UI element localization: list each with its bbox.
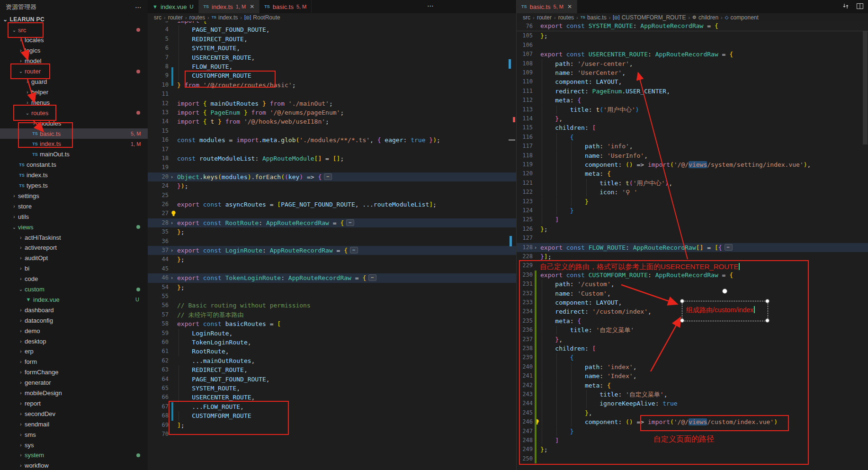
code-line-127[interactable]: 127 bbox=[517, 234, 868, 243]
code-line-56[interactable]: 56// Basic routing without permissions bbox=[148, 301, 516, 310]
code-line-236[interactable]: 236 title: '自定义菜单' bbox=[517, 325, 868, 334]
lightbulb-icon[interactable] bbox=[170, 210, 177, 217]
code-line-36[interactable]: 36 bbox=[148, 237, 516, 246]
breadcrumb-routes[interactable]: routes bbox=[189, 14, 205, 21]
code-line-231[interactable]: 231 path: '/custom', bbox=[517, 280, 868, 289]
tree-item-basic-ts[interactable]: TSbasic.ts5, M bbox=[0, 128, 148, 139]
workspace-root-row[interactable]: ⌄ LEARUN PC bbox=[0, 14, 148, 25]
open-changes-icon[interactable] bbox=[842, 2, 850, 10]
code-line-124[interactable]: 124 } bbox=[517, 206, 868, 215]
code-line-118[interactable]: 118 name: 'UserInfo', bbox=[517, 151, 868, 160]
code-line-243[interactable]: 243 title: '自定义菜单', bbox=[517, 390, 868, 399]
folded-code-icon[interactable]: ⋯ bbox=[324, 173, 332, 180]
tree-item-bi[interactable]: ›bi bbox=[0, 263, 148, 274]
code-line-67[interactable]: 67 ...FLOW_ROUTE, bbox=[148, 402, 516, 411]
code-line-247[interactable]: 247 } bbox=[517, 427, 868, 436]
code-line-59[interactable]: 59 LoginRoute, bbox=[148, 329, 516, 338]
code-line-54[interactable]: 54}; bbox=[148, 283, 516, 292]
code-line-246[interactable]: 246 component: () => import('/@/views/cu… bbox=[517, 417, 868, 426]
tab-index-ts[interactable]: TSindex.ts1, M✕ bbox=[199, 0, 260, 13]
tree-item-src[interactable]: ⌄src bbox=[0, 25, 148, 35]
tree-item-dashboard[interactable]: ›dashboard bbox=[0, 305, 148, 315]
code-line-111[interactable]: 111 redirect: PageEnum.USER_CENTER, bbox=[517, 87, 868, 96]
code-line-238[interactable]: 238 children: [ bbox=[517, 344, 868, 353]
code-line-19[interactable]: 19 bbox=[148, 163, 516, 172]
code-line-237[interactable]: 237 }, bbox=[517, 335, 868, 344]
code-line-14[interactable]: 14import { t } from '/@/hooks/web/useI18… bbox=[148, 117, 516, 126]
code-line-68[interactable]: 68 CUSTOMFORM_ROUTE bbox=[148, 411, 516, 420]
code-line-62[interactable]: 62 ...mainOutRoutes, bbox=[148, 356, 516, 365]
code-line-126[interactable]: 126}; bbox=[517, 225, 868, 234]
code-line-232[interactable]: 232 name: 'Custom', bbox=[517, 289, 868, 298]
tree-item-dataconfig[interactable]: ›dataconfig bbox=[0, 315, 148, 325]
code-line-8[interactable]: 8 FLOW_ROUTE, bbox=[148, 62, 516, 71]
sticky-scroll-line[interactable]: 76export const SYSTEM_ROUTE: AppRouteRec… bbox=[517, 21, 868, 31]
code-line-61[interactable]: 61 RootRoute, bbox=[148, 347, 516, 356]
breadcrumb-CUSTOMFORM_ROUTE[interactable]: [◎]CUSTOMFORM_ROUTE bbox=[613, 14, 686, 21]
tree-item-index-ts[interactable]: TSindex.ts1, M bbox=[0, 139, 148, 149]
tree-item-mainOut-ts[interactable]: TSmainOut.ts bbox=[0, 149, 148, 160]
tree-item-actHiTaskinst[interactable]: ›actHiTaskinst bbox=[0, 232, 148, 243]
code-line-11[interactable]: 11 bbox=[148, 90, 516, 99]
code-line-248[interactable]: 248 ] bbox=[517, 436, 868, 445]
code-line-7[interactable]: 7 USERCENTER_ROUTE, bbox=[148, 53, 516, 62]
split-editor-icon[interactable] bbox=[856, 2, 864, 10]
code-line-15[interactable]: 15 bbox=[148, 127, 516, 136]
code-line-249[interactable]: 249}; bbox=[517, 445, 868, 454]
code-line-66[interactable]: 66 USERCENTER_ROUTE, bbox=[148, 393, 516, 402]
code-line-121[interactable]: 121 title: t('用户中心'), bbox=[517, 179, 868, 188]
tree-item-menus[interactable]: ›menus bbox=[0, 97, 148, 108]
tree-item-router[interactable]: ⌄router bbox=[0, 66, 148, 77]
code-line-37[interactable]: 37›export const LoginRoute: AppRouteReco… bbox=[148, 246, 516, 255]
tree-item-views[interactable]: ⌄views bbox=[0, 222, 148, 232]
code-line-250[interactable]: 250 bbox=[517, 454, 868, 463]
code-line-28[interactable]: 28›export const RootRoute: AppRouteRecor… bbox=[148, 218, 516, 227]
code-line-114[interactable]: 114 }, bbox=[517, 114, 868, 123]
code-line-10[interactable]: 10} from '/@/router/routes/basic'; bbox=[148, 81, 516, 90]
code-line-229[interactable]: 229 bbox=[517, 261, 868, 270]
rotation-handle[interactable] bbox=[722, 289, 727, 294]
code-line-58[interactable]: 58export const basicRoutes = [ bbox=[148, 319, 516, 328]
tree-item-generator[interactable]: ›generator bbox=[0, 378, 148, 388]
code-line-60[interactable]: 60 TokenLoginRoute, bbox=[148, 338, 516, 347]
tree-item-auditOpt[interactable]: ›auditOpt bbox=[0, 253, 148, 263]
code-line-112[interactable]: 112 meta: { bbox=[517, 96, 868, 105]
breadcrumb-router[interactable]: router bbox=[168, 14, 183, 21]
code-line-123[interactable]: 123 } bbox=[517, 197, 868, 206]
tree-item-routes[interactable]: ⌄routes bbox=[0, 108, 148, 118]
middle-editor-actions-icon[interactable]: ⋯ bbox=[427, 2, 434, 9]
code-line-63[interactable]: 63 REDIRECT_ROUTE, bbox=[148, 365, 516, 374]
annotation-textbox-selection[interactable] bbox=[682, 301, 768, 321]
right-code-editor[interactable]: 105};106107export const USERCENTER_ROUTE… bbox=[517, 21, 868, 470]
vertical-scrollbar[interactable] bbox=[863, 21, 868, 145]
tree-item-locales[interactable]: ›locales bbox=[0, 35, 148, 45]
selection-handle[interactable] bbox=[765, 299, 770, 303]
code-line-24[interactable]: 24}); bbox=[148, 181, 516, 190]
folded-code-icon[interactable]: ⋯ bbox=[368, 274, 376, 281]
breadcrumb-index-ts[interactable]: TSindex.ts bbox=[212, 14, 238, 21]
tree-item-logics[interactable]: ›logics bbox=[0, 45, 148, 56]
code-line-4[interactable]: 4 PAGE_NOT_FOUND_ROUTE, bbox=[148, 25, 516, 34]
code-line-70[interactable]: 70 bbox=[148, 430, 516, 439]
explorer-more-actions-icon[interactable]: ⋯ bbox=[135, 3, 142, 11]
close-icon[interactable]: ✕ bbox=[250, 3, 254, 10]
tree-item-custom[interactable]: ⌄custom bbox=[0, 284, 148, 295]
tree-item-mobileDesign[interactable]: ›mobileDesign bbox=[0, 388, 148, 398]
fold-chevron-icon[interactable]: › bbox=[170, 172, 173, 181]
breadcrumb-RootRoute[interactable]: [◎]RootRoute bbox=[244, 14, 280, 21]
code-line-69[interactable]: 69]; bbox=[148, 421, 516, 430]
selection-handle[interactable] bbox=[680, 299, 684, 303]
code-line-16[interactable]: 16const modules = import.meta.glob('./mo… bbox=[148, 136, 516, 145]
tree-item-formChange[interactable]: ›formChange bbox=[0, 367, 148, 378]
code-line-117[interactable]: 117 path: 'info', bbox=[517, 142, 868, 151]
code-line-17[interactable]: 17 bbox=[148, 145, 516, 154]
breadcrumb-routes[interactable]: routes bbox=[558, 14, 574, 21]
tree-item-store[interactable]: ›store bbox=[0, 201, 148, 211]
tree-item-sys[interactable]: ›sys bbox=[0, 440, 148, 450]
folded-code-icon[interactable]: ⋯ bbox=[350, 247, 358, 253]
tree-item-form[interactable]: ›form bbox=[0, 357, 148, 367]
fold-chevron-icon[interactable]: › bbox=[170, 273, 173, 282]
code-line-27[interactable]: 27 bbox=[148, 209, 516, 218]
code-line-18[interactable]: 18const routeModuleList: AppRouteModule[… bbox=[148, 154, 516, 163]
code-line-44[interactable]: 44}; bbox=[148, 255, 516, 264]
